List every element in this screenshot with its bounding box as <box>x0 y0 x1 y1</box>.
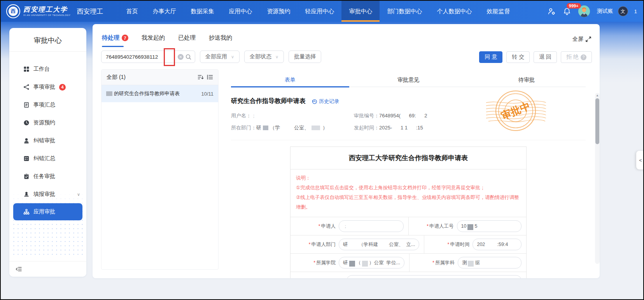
sidebar-item-resource-booking[interactable]: 资源预约 <box>9 114 86 132</box>
nav-item-dept-data-center[interactable]: 部门数据中心 <box>380 1 429 22</box>
list-collapse-icon[interactable] <box>207 74 213 80</box>
member-settings-icon[interactable] <box>547 7 556 16</box>
nav-item-service-hall[interactable]: 办事大厅 <box>145 1 183 22</box>
meta-department: 所在部门：研（学 公室、） <box>231 124 354 131</box>
form-row: *本次申请合作指导 博士 <box>290 272 526 278</box>
form-scrollbar[interactable]: ▲ <box>595 93 600 264</box>
username[interactable]: 测试账 <box>597 8 613 15</box>
logo-cn-text: 西安理工大学 <box>23 6 70 13</box>
person-stamp-icon <box>23 138 30 144</box>
fullscreen-button[interactable]: 全屏 <box>572 36 591 43</box>
scrollbar-thumb[interactable] <box>595 98 599 144</box>
nav-item-approval-center[interactable]: 审批中心 <box>341 1 380 22</box>
sort-icon[interactable] <box>198 74 204 80</box>
nav-item-efficiency-monitor[interactable]: 效能监督 <box>479 1 517 22</box>
meta-approval-no: 审批编号：7648954( 69: 2 <box>354 112 586 119</box>
history-icon <box>312 99 317 104</box>
chevron-left-icon: < <box>639 157 642 163</box>
sidebar-item-filling-approval[interactable]: 填报审批 ∨ <box>9 185 86 203</box>
sidebar-item-matter-summary[interactable]: 事项汇总 <box>9 96 86 114</box>
field-applicant-id: *申请人工号 105 <box>408 217 527 235</box>
sidebar-item-matter-approval[interactable]: 事项审批 4 <box>9 78 86 96</box>
nav-item-data-collection[interactable]: 数据采集 <box>183 1 221 22</box>
agree-button[interactable]: 同 意 <box>479 51 502 63</box>
inbox-tabs: 待处理 7 我发起的 已处理 抄送我的 <box>102 34 232 42</box>
chevron-down-icon: ∨ <box>275 54 278 59</box>
clear-search-icon[interactable]: ✕ <box>178 54 184 60</box>
status-filter-select[interactable]: 全部状态 ∨ <box>244 51 284 63</box>
navbar-right: 999+ 测试账 文 1 <box>547 1 643 22</box>
list-header: 全部 (1) <box>102 70 218 85</box>
logo-en-text: XI AN UNIVERSITY OF TECHNOLOGY <box>23 14 70 16</box>
redaction-block <box>349 261 355 267</box>
app-filter-select[interactable]: 全部应用 ∨ <box>200 51 240 63</box>
detail-panel: 表单 审批意见 待审批 研究生合作指导教师申请表 历史记录 用户名：； <box>231 73 586 278</box>
nav-item-resource-booking[interactable]: 资源预约 <box>259 1 298 22</box>
chevron-down-icon[interactable]: ∨ <box>77 192 80 197</box>
notification-badge: 999+ <box>567 3 581 9</box>
return-button[interactable]: 退 回 <box>534 51 557 63</box>
main-menu: 首页 办事大厅 数据采集 应用中心 资源预约 轻应用中心 审批中心 部门数据中心… <box>119 1 517 22</box>
tab-approval-opinions[interactable]: 审批意见 <box>349 73 467 87</box>
list-item-progress: 10/11 <box>201 91 214 97</box>
tab-initiated-by-me[interactable]: 我发起的 <box>142 34 165 42</box>
college-input[interactable]: 研（）公室 学位... <box>339 257 404 269</box>
flow-icon <box>23 84 30 90</box>
filter-bar: ✕ 全部应用 ∨ 全部状态 ∨ 批量选择 <box>101 51 321 63</box>
meta-start-time: 发起时间：2025- 1 1 :15 <box>354 124 586 131</box>
search-input[interactable] <box>105 54 176 60</box>
sidebar-item-task-approval[interactable]: 任务审批 <box>9 167 86 185</box>
tab-processed[interactable]: 已处理 <box>178 34 196 42</box>
reject-button[interactable]: 拒 绝 ? <box>561 51 592 63</box>
translate-icon[interactable]: 文 <box>618 6 628 16</box>
nav-item-light-app-center[interactable]: 轻应用中心 <box>298 1 341 22</box>
document-icon <box>23 102 30 108</box>
portal-brand: 西安理工 <box>77 1 103 22</box>
sidebar-menu: 工作台 事项审批 4 事项汇总 资源预约 纠错审批 纠错汇总 <box>9 60 86 220</box>
history-link[interactable]: 历史记录 <box>312 98 339 105</box>
collapse-sidebar-icon[interactable] <box>16 266 80 272</box>
bell-icon[interactable]: 999+ <box>563 7 571 16</box>
applicant-input[interactable]: ； <box>339 220 404 232</box>
scroll-up-arrow[interactable]: ▲ <box>595 94 600 97</box>
form-row: *申请人 ； *申请人工号 105 <box>290 217 526 235</box>
redaction-block <box>312 126 320 130</box>
applicant-dept-input[interactable]: 研 （学科建 公室、 立... <box>339 239 419 250</box>
sidebar-item-correction-summary[interactable]: 纠错汇总 <box>9 150 86 167</box>
university-emblem-icon: 西 <box>6 4 20 18</box>
search-box: ✕ <box>101 51 195 63</box>
tab-pending[interactable]: 待处理 7 <box>102 34 128 42</box>
tab-cc-to-me[interactable]: 抄送我的 <box>209 34 232 42</box>
detail-tabs: 表单 审批意见 待审批 <box>231 73 586 87</box>
coop-type-input[interactable]: 博士 <box>346 275 522 278</box>
sidebar-footer <box>9 261 86 277</box>
applicant-id-input[interactable]: 105 <box>457 220 522 232</box>
tab-to-be-approved[interactable]: 待审批 <box>467 73 586 87</box>
nav-item-app-center[interactable]: 应用中心 <box>221 1 259 22</box>
batch-select-button[interactable]: 批量选择 <box>289 51 321 63</box>
meta-info: 用户名：； 审批编号：7648954( 69: 2 所在部门：研（学 公室、） … <box>231 112 586 131</box>
field-applicant: *申请人 ； <box>290 217 408 235</box>
approval-list-panel: 全部 (1) 的研究生合作指导教师申请表 10/11 <box>101 69 219 270</box>
search-icon[interactable] <box>186 54 191 60</box>
nav-item-home[interactable]: 首页 <box>119 1 145 22</box>
redaction-block <box>467 224 473 230</box>
application-form-document: 西安理工大学研究生合作指导教师申请表 说明： ①完成信息填写后点击提交，使用右上… <box>290 147 527 278</box>
redaction-block <box>362 261 368 267</box>
forward-button[interactable]: 转 交 <box>506 51 530 63</box>
redaction-block <box>468 261 474 267</box>
sidebar-item-workbench[interactable]: 工作台 <box>9 60 86 78</box>
tab-form[interactable]: 表单 <box>231 73 349 87</box>
redaction-block <box>106 91 112 96</box>
form-row: *所属学院 研（）公室 学位... *所属学科 测据 <box>290 253 526 272</box>
list-item[interactable]: 的研究生合作指导教师申请表 10/11 <box>102 85 218 102</box>
form-header: 研究生合作指导教师申请表 历史记录 <box>231 97 586 105</box>
sidebar-item-app-approval[interactable]: 应用审批 <box>13 203 82 220</box>
sidebar-item-correction-approval[interactable]: 纠错审批 <box>9 132 86 150</box>
pending-count-badge: 7 <box>122 35 128 41</box>
discipline-input[interactable]: 测据 <box>458 257 522 269</box>
apply-time-input[interactable]: 202 :59:4 <box>472 239 522 250</box>
stamp-icon <box>23 191 30 197</box>
nav-item-personal-data-center[interactable]: 个人数据中心 <box>429 1 479 22</box>
collapse-panel-handle[interactable]: < <box>636 151 644 169</box>
